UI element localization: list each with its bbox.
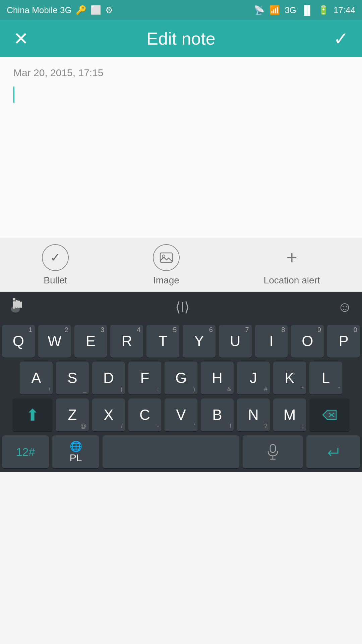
key-c[interactable]: C -	[128, 398, 161, 432]
key-h[interactable]: H &	[201, 362, 234, 395]
space-key[interactable]	[103, 435, 239, 469]
bullet-label: Bullet	[44, 275, 67, 286]
key-r[interactable]: 4 R	[110, 325, 143, 358]
key-l[interactable]: L "	[309, 362, 342, 395]
key-w[interactable]: 2 W	[38, 325, 71, 358]
key-icon: 🔑	[76, 5, 86, 15]
emoji-icon[interactable]: ☺	[338, 299, 352, 315]
note-area[interactable]: Mar 20, 2015, 17:15	[0, 57, 362, 238]
svg-rect-3	[13, 301, 15, 309]
status-right: 📡 📶 3G ▐▌ 🔋 17:44	[254, 5, 355, 15]
close-button[interactable]: ✕	[13, 30, 28, 48]
screen-icon: ⬜	[90, 5, 101, 15]
key-n[interactable]: N ?	[237, 398, 270, 432]
svg-rect-0	[160, 253, 172, 262]
location-label: Location alert	[264, 275, 320, 286]
network-label: 3G	[285, 5, 296, 15]
cursor-position-icon[interactable]: ⟨I⟩	[175, 299, 190, 315]
bullet-action[interactable]: ✓ Bullet	[42, 244, 69, 286]
action-toolbar: ✓ Bullet Image + Location alert	[0, 238, 362, 292]
key-d[interactable]: D (	[92, 362, 125, 395]
carrier-label: China Mobile 3G	[7, 5, 72, 15]
key-m[interactable]: M ;	[273, 398, 306, 432]
backspace-key[interactable]	[309, 398, 350, 432]
key-b[interactable]: B !	[201, 398, 234, 432]
keyboard: ⟨I⟩ ☺ 1 Q 2 W 3 E 4 R 5 T	[0, 292, 362, 472]
time-label: 17:44	[334, 5, 355, 15]
toolbar: ✕ Edit note ✓	[0, 20, 362, 57]
mic-key[interactable]	[243, 435, 303, 469]
key-i[interactable]: 8 I	[255, 325, 288, 358]
key-u[interactable]: 7 U	[219, 325, 252, 358]
asdf-row: A \ S _ D ( F : G ) H &	[2, 362, 360, 395]
note-cursor-line	[13, 85, 349, 103]
svg-rect-5	[18, 301, 20, 308]
key-g[interactable]: G )	[165, 362, 197, 395]
battery-icon: 🔋	[318, 5, 329, 15]
svg-rect-6	[20, 302, 22, 308]
text-cursor	[13, 87, 14, 103]
keys-section: 1 Q 2 W 3 E 4 R 5 T 6 Y	[0, 322, 362, 432]
hand-icon[interactable]	[10, 297, 27, 318]
image-label: Image	[153, 275, 179, 286]
key-p[interactable]: 0 P	[327, 325, 360, 358]
key-a[interactable]: A \	[20, 362, 53, 395]
globe-icon: 🌐	[70, 440, 82, 452]
shift-arrow-icon: ⬆	[26, 406, 39, 424]
sim-icon: 📡	[254, 5, 264, 15]
qwerty-row: 1 Q 2 W 3 E 4 R 5 T 6 Y	[2, 325, 360, 358]
status-bar: China Mobile 3G 🔑 ⬜ ⚙ 📡 📶 3G ▐▌ 🔋 17:44	[0, 0, 362, 20]
confirm-button[interactable]: ✓	[334, 30, 349, 48]
key-s[interactable]: S _	[56, 362, 89, 395]
lang-key[interactable]: 🌐 PL	[52, 435, 99, 469]
enter-key[interactable]	[306, 435, 360, 469]
status-left: China Mobile 3G 🔑 ⬜ ⚙	[7, 5, 113, 15]
svg-rect-10	[270, 444, 276, 452]
key-j[interactable]: J #	[237, 362, 270, 395]
image-action[interactable]: Image	[153, 244, 180, 286]
keyboard-top-row: ⟨I⟩ ☺	[0, 292, 362, 322]
location-action[interactable]: + Location alert	[264, 244, 320, 286]
wifi-icon: 📶	[269, 5, 280, 15]
svg-point-7	[13, 298, 15, 301]
note-date: Mar 20, 2015, 17:15	[13, 67, 349, 78]
location-icon: +	[279, 244, 305, 271]
image-icon	[153, 244, 180, 271]
android-icon: ⚙	[105, 5, 113, 15]
bottom-row: 12# 🌐 PL	[0, 435, 362, 472]
zxcv-row: ⬆ Z @ X / C - V ' B ! N	[2, 398, 360, 432]
key-t[interactable]: 5 T	[146, 325, 179, 358]
svg-rect-4	[15, 300, 18, 308]
bullet-icon: ✓	[42, 244, 69, 271]
key-x[interactable]: X /	[92, 398, 125, 432]
key-y[interactable]: 6 Y	[183, 325, 216, 358]
shift-key[interactable]: ⬆	[12, 398, 53, 432]
key-o[interactable]: 9 O	[291, 325, 324, 358]
key-e[interactable]: 3 E	[74, 325, 107, 358]
key-q[interactable]: 1 Q	[2, 325, 35, 358]
key-z[interactable]: Z @	[56, 398, 89, 432]
key-f[interactable]: F :	[128, 362, 161, 395]
num-key[interactable]: 12#	[2, 435, 49, 469]
key-k[interactable]: K *	[273, 362, 306, 395]
signal-icon: ▐▌	[301, 5, 313, 15]
key-v[interactable]: V '	[165, 398, 197, 432]
page-title: Edit note	[146, 29, 215, 49]
